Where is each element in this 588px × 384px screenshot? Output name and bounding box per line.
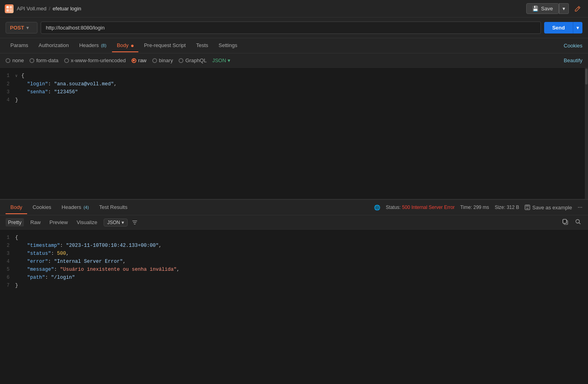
resp-code-content-4: "error": "Internal Server Error", — [15, 258, 126, 265]
save-button[interactable]: 💾 Save — [526, 3, 559, 14]
radio-none[interactable]: none — [6, 57, 24, 63]
resp-fmt-preview[interactable]: Preview — [47, 218, 70, 226]
line-number-1: 1 — [0, 72, 15, 79]
breadcrumb: API Voll.med / efetuar login — [17, 6, 81, 12]
resp-code-line-6: 6 "path": "/login" — [0, 274, 588, 282]
save-icon: 💾 — [532, 6, 539, 12]
more-options-icon[interactable]: ⋯ — [578, 205, 582, 210]
breadcrumb-separator: / — [49, 6, 50, 12]
resp-tab-body[interactable]: Body — [6, 201, 27, 214]
resp-line-num-5: 5 — [0, 266, 15, 273]
resp-code-line-1: 1 { — [0, 234, 588, 242]
line-number-3: 3 — [0, 89, 15, 96]
send-chevron-icon: ▾ — [576, 25, 579, 31]
edit-icon-button[interactable] — [572, 3, 583, 14]
url-bar: POST ▾ Send ▾ — [0, 18, 588, 38]
tab-headers[interactable]: Headers (8) — [75, 39, 111, 52]
resp-line-num-1: 1 — [0, 234, 15, 241]
send-dropdown-button[interactable]: ▾ — [573, 22, 582, 33]
line-number-2: 2 — [0, 81, 15, 88]
code-content-1: ∨ { — [15, 72, 24, 80]
resp-code-line-3: 3 "status": 500, — [0, 250, 588, 258]
tab-settings[interactable]: Settings — [214, 39, 242, 52]
copy-button[interactable] — [561, 217, 570, 227]
line-number-4: 4 — [0, 96, 15, 104]
cookies-link[interactable]: Cookies — [564, 43, 582, 49]
response-code-editor[interactable]: 1 { 2 "timestamp": "2023-11-10T00:10:42.… — [0, 230, 588, 384]
response-tabs-left: Body Cookies Headers (4) Test Results — [6, 201, 132, 214]
tab-pre-request[interactable]: Pre-request Script — [139, 39, 191, 52]
body-active-dot — [131, 45, 134, 47]
json-chevron-icon: ▾ — [228, 57, 230, 63]
resp-line-num-2: 2 — [0, 242, 15, 249]
radio-binary-dot — [152, 58, 157, 63]
tab-body[interactable]: Body — [112, 39, 138, 52]
code-line-1: 1 ∨ { — [0, 72, 588, 80]
resp-code-content-7: } — [15, 282, 18, 289]
save-icon — [525, 205, 530, 210]
resp-fmt-raw[interactable]: Raw — [28, 218, 43, 226]
code-line-4: 4 } — [0, 96, 588, 104]
body-options-left: none form-data x-www-form-urlencoded raw… — [6, 57, 230, 63]
response-json-selector[interactable]: JSON ▾ — [104, 219, 128, 226]
radio-raw[interactable]: raw — [132, 57, 147, 63]
radio-form-data[interactable]: form-data — [29, 57, 59, 63]
resp-tab-cookies[interactable]: Cookies — [28, 201, 56, 214]
editor-scrollbar[interactable] — [585, 68, 588, 199]
resp-line-num-3: 3 — [0, 250, 15, 257]
search-button[interactable] — [574, 217, 582, 227]
response-format-bar: Pretty Raw Preview Visualize JSON ▾ — [0, 215, 588, 230]
response-meta: 🌐 Status: 500 Internal Server Error Time… — [374, 205, 582, 211]
tab-params[interactable]: Params — [6, 39, 33, 52]
url-input[interactable] — [41, 22, 541, 34]
top-bar-left: API Voll.med / efetuar login — [5, 4, 81, 13]
code-content-2: "login": "ana.souza@voll.med", — [15, 81, 117, 88]
svg-rect-3 — [10, 9, 12, 12]
response-tabs-bar: Body Cookies Headers (4) Test Results 🌐 … — [0, 199, 588, 215]
save-dropdown-button[interactable]: ▾ — [559, 3, 569, 14]
resp-code-line-7: 7 } — [0, 282, 588, 289]
breadcrumb-current: efetuar login — [53, 6, 81, 12]
send-button[interactable]: Send — [544, 22, 573, 33]
request-code-editor[interactable]: 1 ∨ { 2 "login": "ana.souza@voll.med", 3… — [0, 68, 588, 199]
tab-authorization[interactable]: Authorization — [34, 39, 74, 52]
method-select[interactable]: POST ▾ — [6, 22, 37, 33]
radio-binary[interactable]: binary — [152, 57, 173, 63]
radio-urlencoded[interactable]: x-www-form-urlencoded — [64, 57, 126, 63]
top-bar: API Voll.med / efetuar login 💾 Save ▾ — [0, 0, 588, 18]
resp-fmt-visualize[interactable]: Visualize — [74, 218, 100, 226]
beautify-button[interactable]: Beautify — [564, 57, 582, 63]
size-info: Size: 312 B — [495, 205, 519, 210]
svg-rect-2 — [6, 9, 9, 12]
resp-line-num-6: 6 — [0, 274, 15, 281]
resp-tab-headers[interactable]: Headers (4) — [57, 201, 94, 214]
resp-code-content-5: "message": "Usuário inexistente ou senha… — [15, 266, 180, 273]
tab-tests[interactable]: Tests — [191, 39, 213, 52]
code-line-2: 2 "login": "ana.souza@voll.med", — [0, 80, 588, 88]
radio-graphql[interactable]: GraphQL — [179, 57, 206, 63]
resp-tab-test-results[interactable]: Test Results — [94, 201, 132, 214]
svg-point-13 — [576, 220, 580, 223]
breadcrumb-parent[interactable]: API Voll.med — [17, 6, 46, 12]
svg-line-14 — [579, 223, 581, 224]
resp-code-content-1: { — [15, 234, 18, 241]
json-chevron-icon: ▾ — [122, 220, 124, 225]
svg-rect-6 — [526, 208, 529, 209]
expand-icon-1[interactable]: ∨ — [15, 74, 18, 78]
radio-form-data-dot — [29, 58, 34, 63]
resp-headers-badge: (4) — [83, 205, 88, 210]
time-info: Time: 299 ms — [460, 205, 489, 210]
resp-fmt-pretty[interactable]: Pretty — [6, 218, 24, 226]
request-tabs-left: Params Authorization Headers (8) Body Pr… — [6, 39, 242, 52]
resp-line-num-4: 4 — [0, 258, 15, 265]
radio-raw-dot — [132, 58, 136, 63]
radio-graphql-dot — [179, 58, 183, 63]
filter-icon-button[interactable] — [132, 219, 138, 226]
json-type-selector[interactable]: JSON ▾ — [212, 57, 230, 63]
resp-code-content-6: "path": "/login" — [15, 274, 75, 281]
code-content-4: } — [15, 96, 18, 104]
save-example-button[interactable]: Save as example — [525, 205, 572, 211]
top-bar-right: 💾 Save ▾ — [526, 3, 583, 14]
request-tabs: Params Authorization Headers (8) Body Pr… — [0, 38, 588, 53]
svg-rect-0 — [6, 6, 9, 8]
